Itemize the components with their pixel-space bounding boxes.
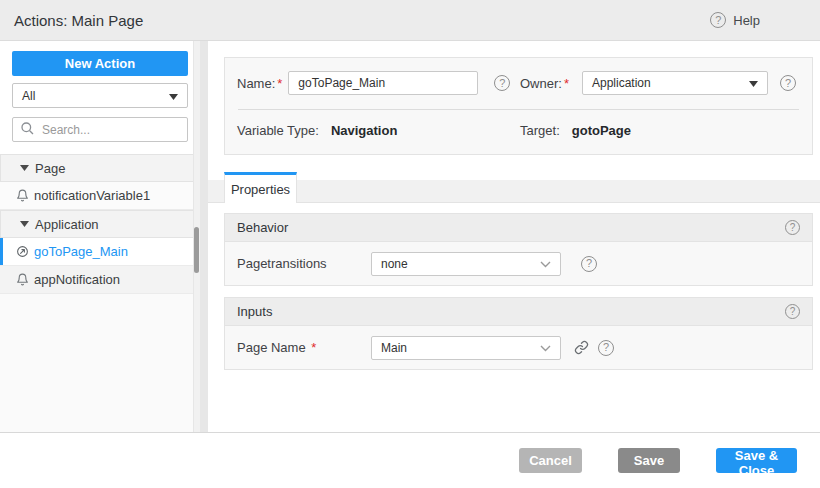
pagetransitions-label: Pagetransitions: [237, 256, 371, 271]
tree-item-label: appNotification: [34, 272, 120, 287]
triangle-down-icon: [20, 165, 29, 171]
actions-dialog: Actions: Main Page ? Help New Action All: [0, 0, 820, 488]
tree-item-label: notificationVariable1: [34, 188, 150, 203]
caret-down-icon: [749, 76, 758, 90]
help-icon[interactable]: ?: [581, 256, 597, 272]
target-value: gotoPage: [572, 123, 631, 138]
notification-icon: [15, 189, 29, 202]
chevron-down-icon: [540, 257, 551, 271]
help-icon: ?: [710, 12, 726, 28]
required-marker: *: [277, 76, 282, 91]
tree-group-page[interactable]: Page: [0, 154, 200, 182]
page-name-label: Page Name *: [237, 340, 371, 355]
summary-row-1: Name:* ? Owner:* Application ?: [237, 71, 800, 95]
action-summary-box: Name:* ? Owner:* Application ?: [224, 57, 813, 155]
help-icon[interactable]: ?: [785, 220, 800, 235]
help-icon[interactable]: ?: [494, 75, 510, 91]
dialog-footer: Cancel Save Save & Close: [0, 432, 820, 488]
sidebar-scrollbar-track[interactable]: [193, 41, 200, 432]
sidebar-scrollbar-thumb[interactable]: [194, 227, 199, 273]
summary-divider: [238, 109, 799, 110]
variables-tree: Page notificationVariable1 Application g…: [0, 154, 200, 294]
tree-item-appnotification[interactable]: appNotification: [0, 266, 200, 294]
main-panel: Name:* ? Owner:* Application ?: [208, 41, 820, 432]
tab-bar: Properties: [224, 172, 813, 203]
pagetransitions-select[interactable]: none: [371, 252, 561, 276]
target-label: Target:: [520, 123, 560, 138]
variable-type-label: Variable Type:: [237, 123, 319, 138]
behavior-section: Behavior ? Pagetransitions none ?: [224, 213, 813, 286]
tree-group-application[interactable]: Application: [0, 210, 200, 238]
owner-select[interactable]: Application: [582, 71, 768, 95]
new-action-button[interactable]: New Action: [12, 51, 188, 76]
page-title: Actions: Main Page: [14, 12, 143, 29]
variable-type-value: Navigation: [331, 123, 397, 138]
behavior-section-header: Behavior ?: [225, 214, 812, 242]
help-icon[interactable]: ?: [785, 304, 800, 319]
help-icon[interactable]: ?: [780, 75, 796, 91]
search-input[interactable]: [40, 122, 179, 138]
notification-icon: [15, 273, 29, 286]
tree-group-label: Page: [35, 161, 65, 176]
inputs-title: Inputs: [237, 304, 272, 319]
cancel-button[interactable]: Cancel: [519, 448, 582, 473]
caret-down-icon: [169, 89, 178, 103]
name-label: Name:*: [237, 76, 282, 91]
pagetransitions-value: none: [381, 257, 408, 271]
inputs-section: Inputs ? Page Name * Main ?: [224, 297, 813, 370]
filter-dropdown[interactable]: All: [12, 83, 188, 108]
tab-properties[interactable]: Properties: [224, 172, 297, 203]
filter-value: All: [22, 89, 35, 103]
behavior-title: Behavior: [237, 220, 288, 235]
required-marker: *: [564, 76, 569, 91]
tree-item-notificationvariable1[interactable]: notificationVariable1: [0, 182, 200, 210]
inputs-section-header: Inputs ?: [225, 298, 812, 326]
tree-item-gotopage-main[interactable]: goToPage_Main: [0, 238, 200, 266]
owner-label: Owner:*: [520, 76, 569, 91]
name-input[interactable]: [288, 71, 478, 95]
summary-row-2: Variable Type: Navigation Target: gotoPa…: [237, 123, 800, 138]
inputs-section-body: Page Name * Main ?: [225, 326, 812, 369]
save-button[interactable]: Save: [618, 448, 680, 473]
save-and-close-button[interactable]: Save & Close: [716, 448, 797, 473]
dialog-header: Actions: Main Page ? Help: [0, 0, 820, 41]
tree-item-label: goToPage_Main: [34, 244, 128, 259]
help-label: Help: [733, 13, 760, 28]
tab-bar-background: [208, 180, 820, 203]
page-name-value: Main: [381, 341, 407, 355]
bind-link-icon[interactable]: [574, 340, 589, 355]
navigation-action-icon: [15, 245, 29, 258]
owner-value: Application: [592, 76, 651, 90]
triangle-down-icon: [20, 221, 29, 227]
page-name-select[interactable]: Main: [371, 336, 561, 360]
tab-label: Properties: [231, 182, 290, 197]
required-marker: *: [311, 340, 316, 355]
search-icon: [21, 121, 34, 139]
sidebar-empty-area: [0, 294, 200, 432]
help-link[interactable]: ? Help: [710, 12, 760, 28]
help-icon[interactable]: ?: [598, 340, 614, 356]
panel-divider: [200, 41, 208, 432]
search-box: [12, 117, 188, 142]
behavior-section-body: Pagetransitions none ?: [225, 242, 812, 285]
chevron-down-icon: [540, 341, 551, 355]
sidebar: New Action All Page: [0, 41, 200, 432]
tree-group-label: Application: [35, 217, 99, 232]
